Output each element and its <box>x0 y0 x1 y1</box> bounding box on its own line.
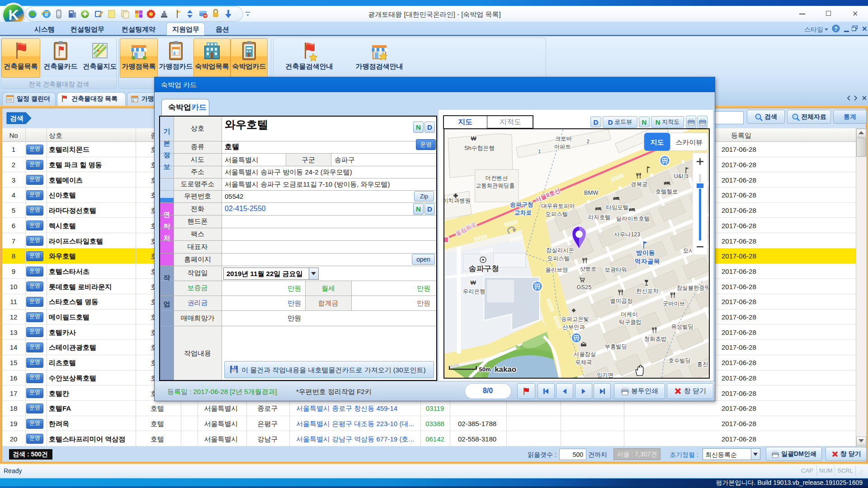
svg-text:U&I크: U&I크 <box>674 173 689 179</box>
svg-text:별미곱창: 별미곱창 <box>610 298 633 304</box>
svg-text:Sh수협은행: Sh수협은행 <box>464 145 495 151</box>
svg-text:송파고은빛: 송파고은빛 <box>561 316 589 322</box>
svg-text:올리브영: 올리브영 <box>546 267 568 273</box>
svg-text:K: K <box>8 7 19 23</box>
svg-text:우체국: 우체국 <box>575 359 592 366</box>
svg-text:오피스텔: 오피스텔 <box>547 255 570 262</box>
svg-text:흥진: 흥진 <box>697 361 708 367</box>
svg-text:교통회관웨딩홀: 교통회관웨딩홀 <box>476 183 515 189</box>
svg-text:kakao: kakao <box>495 365 516 374</box>
svg-text:검색: 검색 <box>10 114 24 122</box>
svg-text:오피스텔: 오피스텔 <box>546 211 568 217</box>
svg-text:아파트: 아파트 <box>554 144 571 150</box>
svg-text:잠실불한증막: 잠실불한증막 <box>677 285 710 291</box>
svg-text:경복궁: 경복궁 <box>631 181 647 188</box>
svg-text:청화초밥: 청화초밥 <box>644 336 667 342</box>
svg-text:1: 1 <box>538 149 541 154</box>
svg-text:지도: 지도 <box>651 139 664 146</box>
svg-text:산부인과: 산부인과 <box>562 324 585 330</box>
svg-text:타임모텔: 타임모텔 <box>606 204 629 211</box>
svg-text:더케이: 더케이 <box>621 311 638 318</box>
svg-text:2: 2 <box>587 139 590 144</box>
svg-text:굿바이브: 굿바이브 <box>663 300 685 307</box>
svg-text:탁구클럽: 탁구클럽 <box>619 319 642 325</box>
svg-text:딜라이트호텔: 딜라이트호텔 <box>616 216 650 222</box>
svg-text:더컨벤션: 더컨벤션 <box>486 175 508 181</box>
svg-text:?: ? <box>834 26 837 32</box>
svg-text:송파구청: 송파구청 <box>469 264 499 273</box>
svg-text:샷뽀로: 샷뽀로 <box>580 266 596 272</box>
svg-text:크로바: 크로바 <box>555 136 572 142</box>
svg-text:한신포차: 한신포차 <box>636 288 659 294</box>
svg-text:잠실리시온: 잠실리시온 <box>546 247 574 253</box>
svg-text:부흥빌딩: 부흥빌딩 <box>605 343 627 350</box>
svg-text:50m: 50m <box>479 366 491 373</box>
svg-text:호수빌딩: 호수빌딩 <box>669 357 691 364</box>
svg-text:사우나123: 사우나123 <box>614 231 640 238</box>
svg-text:GS25: GS25 <box>576 284 591 291</box>
svg-text:우리은행: 우리은행 <box>463 288 486 295</box>
svg-text:라자호텔: 라자호텔 <box>588 214 611 221</box>
svg-text:교차로: 교차로 <box>514 209 532 216</box>
svg-text:₩: ₩ <box>471 279 476 286</box>
svg-text:서울잠실: 서울잠실 <box>574 351 596 357</box>
svg-text:스카이뷰: 스카이뷰 <box>675 139 703 146</box>
svg-text:대우유토피아: 대우유토피아 <box>541 203 575 209</box>
svg-text:유성빌딩: 유성빌딩 <box>671 324 694 330</box>
svg-text:송파구청: 송파구청 <box>510 201 533 208</box>
svg-text:이치과병원: 이치과병원 <box>443 197 471 204</box>
svg-text:₩: ₩ <box>471 135 477 142</box>
svg-text:BMW: BMW <box>584 189 599 196</box>
svg-text:잉기면: 잉기면 <box>597 372 613 378</box>
svg-text:호텔첼로: 호텔첼로 <box>656 188 678 195</box>
svg-text:보광타워: 보광타워 <box>605 267 627 273</box>
svg-text:먹자골목: 먹자골목 <box>635 258 660 265</box>
svg-text:방이동: 방이동 <box>636 249 655 256</box>
